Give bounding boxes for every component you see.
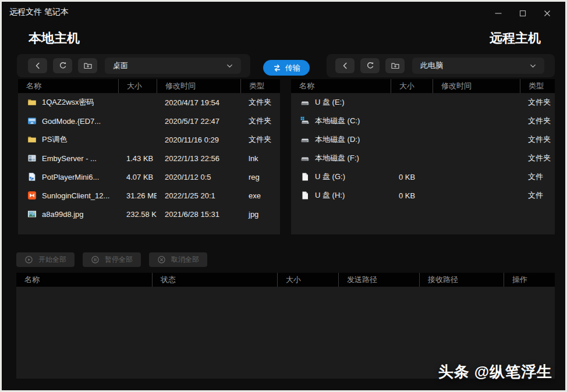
action-button-取消全部[interactable]: 取消全部 bbox=[149, 252, 207, 267]
file-row[interactable]: PS调色2020/11/16 0:29文件夹 bbox=[18, 130, 280, 149]
cell-name: 本地磁盘 (F:) bbox=[291, 153, 391, 163]
pause-circle-icon bbox=[91, 255, 100, 265]
table-header-row: 名称大小修改时间类型 bbox=[18, 79, 280, 93]
action-button-label: 开始全部 bbox=[38, 255, 66, 265]
transfer-button[interactable]: 传输 bbox=[263, 60, 310, 76]
refresh-icon bbox=[366, 61, 375, 70]
local-back-button[interactable] bbox=[28, 58, 47, 73]
file-name: SunloginClient_12... bbox=[42, 191, 109, 200]
column-header-receive_path: 接收路径 bbox=[419, 273, 504, 287]
remote-panel-title: 远程主机 bbox=[490, 30, 541, 47]
column-header-type: 类型 bbox=[520, 79, 555, 93]
play-circle-icon bbox=[24, 255, 34, 265]
file-name: U 盘 (E:) bbox=[315, 97, 345, 108]
action-button-开始全部[interactable]: 开始全部 bbox=[16, 252, 75, 267]
reg-icon bbox=[27, 172, 37, 181]
column-header-name: 名称 bbox=[16, 273, 152, 287]
cell-name: 本地磁盘 (D:) bbox=[291, 134, 391, 145]
file-row[interactable]: 本地磁盘 (F:)文件夹 bbox=[291, 149, 555, 168]
drive-icon bbox=[300, 135, 310, 144]
remote-file-table: 名称大小修改时间类型U 盘 (E:)文件夹本地磁盘 (C:)文件夹本地磁盘 (D… bbox=[291, 79, 555, 234]
cancel-circle-icon bbox=[157, 255, 166, 265]
cell-type: 文件夹 bbox=[240, 116, 280, 126]
cell-size: 0 KB bbox=[391, 173, 433, 181]
local-refresh-button[interactable] bbox=[53, 58, 72, 73]
transfer-button-label: 传输 bbox=[285, 63, 300, 73]
cell-size: 0 KB bbox=[391, 191, 433, 200]
cell-size: 31.26 MB bbox=[118, 191, 157, 200]
local-path-value: 桌面 bbox=[113, 60, 128, 71]
table-header-row: 名称状态大小发送路径接收路径操作 bbox=[16, 273, 555, 287]
remote-path-dropdown[interactable]: 此电脑 bbox=[412, 58, 544, 74]
cell-type: 文件夹 bbox=[520, 134, 555, 145]
column-header-status: 状态 bbox=[152, 273, 277, 287]
local-file-table: 名称大小修改时间类型1QAZ2wsx密码2020/4/17 19:54文件夹Go… bbox=[18, 79, 280, 234]
cell-modified: 2020/1/12 0:5 bbox=[157, 173, 240, 181]
chevron-left-icon bbox=[341, 61, 350, 70]
cell-size: 4.07 KB bbox=[118, 173, 157, 181]
file-name: PS调色 bbox=[42, 134, 67, 145]
remote-toolbar: 此电脑 bbox=[327, 54, 555, 77]
file-name: 本地磁盘 (D:) bbox=[315, 134, 360, 145]
cell-modified: 2020/4/17 19:54 bbox=[157, 98, 240, 107]
cell-type: 文件夹 bbox=[520, 153, 555, 163]
column-header-size: 大小 bbox=[277, 273, 338, 287]
cell-type: 文件夹 bbox=[520, 116, 555, 126]
file-row[interactable]: 本地磁盘 (D:)文件夹 bbox=[291, 130, 555, 149]
close-button[interactable] bbox=[535, 5, 559, 22]
file-row[interactable]: EmbyServer - ...1.43 KB2022/1/13 22:56ln… bbox=[18, 149, 280, 168]
maximize-button[interactable] bbox=[511, 5, 535, 22]
file-name: a8a99d8.jpg bbox=[42, 210, 84, 219]
column-header-size: 大小 bbox=[391, 79, 433, 93]
refresh-icon bbox=[58, 61, 68, 70]
cell-name: GodMode.{ED7... bbox=[18, 116, 118, 126]
file-icon bbox=[300, 191, 310, 200]
new-folder-icon bbox=[391, 61, 400, 70]
cell-name: SunloginClient_12... bbox=[18, 191, 118, 200]
file-name: U 盘 (H:) bbox=[315, 190, 345, 201]
cell-modified: 2022/1/25 20:1 bbox=[157, 191, 240, 200]
cell-type: exe bbox=[240, 191, 280, 200]
remote-back-button[interactable] bbox=[335, 58, 355, 73]
local-path-dropdown[interactable]: 桌面 bbox=[105, 58, 241, 74]
cell-name: U 盘 (H:) bbox=[291, 190, 391, 201]
cell-name: PS调色 bbox=[18, 134, 118, 145]
column-header-operation: 操作 bbox=[504, 273, 555, 287]
action-button-label: 取消全部 bbox=[171, 255, 199, 265]
file-row[interactable]: SunloginClient_12...31.26 MB2022/1/25 20… bbox=[18, 186, 280, 205]
file-row[interactable]: a8a99d8.jpg232.58 KB2021/6/28 15:31jpg bbox=[18, 205, 280, 223]
remote-new-folder-button[interactable] bbox=[385, 58, 405, 73]
cell-size: 1.43 KB bbox=[118, 154, 157, 163]
cell-type: 文件 bbox=[520, 190, 555, 201]
action-button-暂停全部[interactable]: 暂停全部 bbox=[83, 252, 141, 267]
action-button-label: 暂停全部 bbox=[105, 255, 133, 265]
file-row[interactable]: U 盘 (H:)0 KB文件 bbox=[291, 186, 555, 205]
queue-actions: 开始全部暂停全部取消全部 bbox=[16, 252, 207, 267]
cell-name: U 盘 (G:) bbox=[291, 172, 391, 182]
cell-type: reg bbox=[240, 173, 280, 181]
drive-win-icon bbox=[300, 116, 310, 126]
maximize-icon bbox=[518, 9, 527, 18]
new-folder-icon bbox=[83, 61, 93, 70]
column-header-size: 大小 bbox=[118, 79, 157, 93]
cell-type: lnk bbox=[240, 154, 280, 163]
remote-refresh-button[interactable] bbox=[360, 58, 380, 73]
file-row[interactable]: 本地磁盘 (C:)文件夹 bbox=[291, 112, 555, 130]
minimize-button[interactable] bbox=[486, 5, 511, 22]
image-icon bbox=[27, 209, 37, 219]
file-row[interactable]: GodMode.{ED7...2020/5/17 22:47文件夹 bbox=[18, 112, 280, 130]
cell-type: 文件夹 bbox=[520, 97, 555, 108]
file-row[interactable]: 1QAZ2wsx密码2020/4/17 19:54文件夹 bbox=[18, 93, 280, 112]
file-row[interactable]: PotPlayerMini6...4.07 KB2020/1/12 0:5reg bbox=[18, 168, 280, 186]
file-row[interactable]: U 盘 (E:)文件夹 bbox=[291, 93, 555, 112]
close-icon bbox=[543, 9, 552, 18]
shortcut-icon bbox=[27, 154, 37, 163]
drive-icon bbox=[300, 154, 310, 163]
column-header-send_path: 发送路径 bbox=[338, 273, 419, 287]
drive-icon bbox=[300, 98, 310, 107]
local-new-folder-button[interactable] bbox=[78, 58, 97, 73]
cell-name: 本地磁盘 (C:) bbox=[291, 116, 391, 126]
file-row[interactable]: U 盘 (G:)0 KB文件 bbox=[291, 168, 555, 186]
column-header-name: 名称 bbox=[291, 79, 391, 93]
folder-icon bbox=[27, 98, 37, 107]
